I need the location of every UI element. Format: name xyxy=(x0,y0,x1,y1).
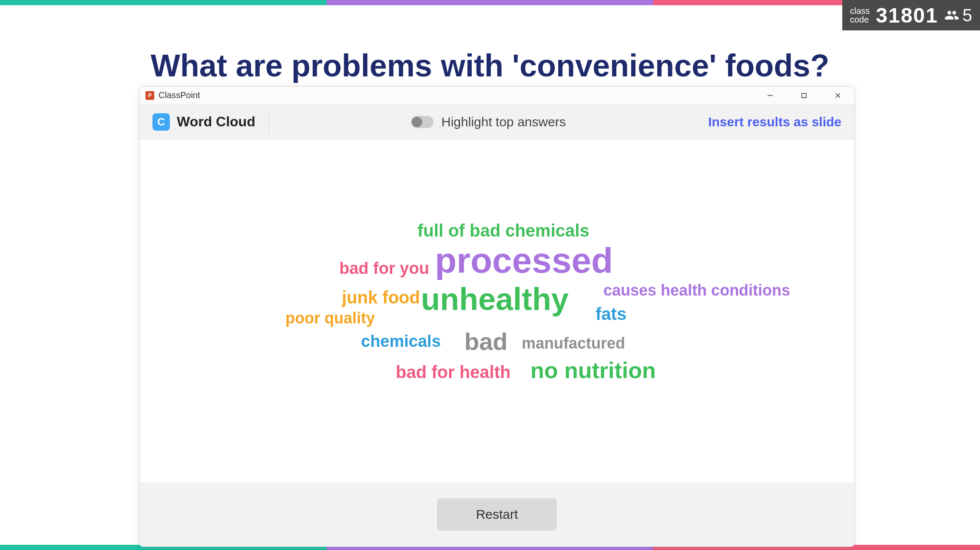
top-color-strip xyxy=(0,0,980,5)
restart-button[interactable]: Restart xyxy=(437,498,557,530)
word-cloud-word[interactable]: manufactured xyxy=(522,336,625,351)
class-code-badge[interactable]: class code 31801 5 xyxy=(842,0,980,30)
word-cloud-canvas: full of bad chemicalsbad for youprocesse… xyxy=(139,139,854,482)
minimize-icon xyxy=(767,92,774,99)
word-cloud-word[interactable]: full of bad chemicals xyxy=(417,222,589,239)
word-cloud-word[interactable]: causes health conditions xyxy=(603,283,790,298)
word-cloud-word[interactable]: bad xyxy=(464,329,508,354)
word-cloud-popup: P ClassPoint C Word Cloud Highlight top … xyxy=(139,86,855,547)
word-cloud-word[interactable]: bad for you xyxy=(339,260,429,277)
class-code-value: 31801 xyxy=(876,3,938,27)
svg-rect-1 xyxy=(802,93,806,98)
word-cloud-word[interactable]: junk food xyxy=(342,289,420,306)
people-icon xyxy=(944,8,959,23)
word-cloud-word[interactable]: no nutrition xyxy=(530,359,656,382)
word-cloud-word[interactable]: unhealthy xyxy=(421,283,569,315)
classpoint-logo-icon: C xyxy=(152,113,170,131)
highlight-toggle-label: Highlight top answers xyxy=(441,115,566,129)
titlebar: P ClassPoint xyxy=(139,86,854,105)
app-name: ClassPoint xyxy=(159,90,200,100)
maximize-icon xyxy=(801,92,808,99)
participants-count: 5 xyxy=(944,6,972,25)
powerpoint-icon: P xyxy=(146,91,154,100)
word-cloud-word[interactable]: poor quality xyxy=(285,310,375,326)
insert-results-link[interactable]: Insert results as slide xyxy=(708,115,841,129)
word-cloud-word[interactable]: fats xyxy=(596,305,626,323)
class-code-label: class code xyxy=(850,7,870,24)
toolbar: C Word Cloud Highlight top answers Inser… xyxy=(139,105,854,139)
close-button[interactable] xyxy=(823,86,853,105)
minimize-button[interactable] xyxy=(755,86,785,105)
highlight-toggle[interactable] xyxy=(411,116,434,128)
word-cloud-word[interactable]: bad for health xyxy=(396,363,510,381)
word-cloud-word[interactable]: processed xyxy=(435,243,613,278)
slide-title: What are problems with 'convenience' foo… xyxy=(0,48,980,83)
feature-title: Word Cloud xyxy=(177,114,255,130)
maximize-button[interactable] xyxy=(789,86,819,105)
close-icon xyxy=(834,92,841,99)
word-cloud-word[interactable]: chemicals xyxy=(361,333,441,349)
bottom-bar: Restart xyxy=(139,482,854,547)
